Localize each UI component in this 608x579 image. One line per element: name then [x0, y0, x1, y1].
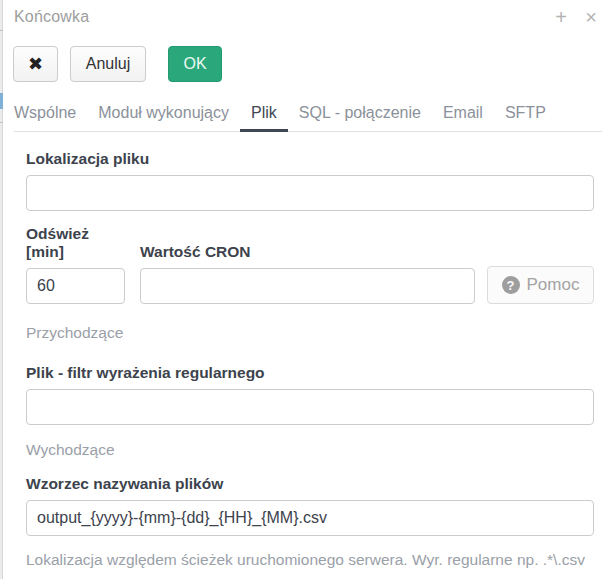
refresh-field-group: Odśwież [min]: [26, 225, 125, 304]
cron-value-input[interactable]: [140, 268, 475, 304]
cancel-button[interactable]: Anuluj: [70, 46, 146, 82]
file-location-label: Lokalizacja pliku: [26, 150, 594, 168]
incoming-section-label: Przychodzące: [26, 324, 594, 342]
close-button[interactable]: ✖: [13, 46, 58, 82]
naming-pattern-label: Wzorzec nazywania plików: [26, 475, 594, 493]
refresh-cron-row: Odśwież [min] Wartość CRON ? Pomoc: [26, 225, 594, 304]
cron-value-label: Wartość CRON: [140, 243, 475, 261]
tab-plik[interactable]: Plik: [240, 100, 288, 131]
question-mark-icon: ?: [502, 276, 520, 294]
background-divider: [0, 30, 3, 31]
endpoint-dialog: Końcowka + × ✖ Anuluj OK Wspólne Moduł w…: [4, 0, 608, 579]
naming-pattern-input[interactable]: [26, 500, 594, 536]
tab-email[interactable]: Email: [432, 100, 494, 131]
ok-button[interactable]: OK: [168, 46, 222, 82]
tab-sftp[interactable]: SFTP: [494, 100, 557, 131]
refresh-min-input[interactable]: [26, 268, 125, 304]
window-controls: + ×: [550, 4, 602, 30]
close-window-icon[interactable]: ×: [580, 4, 602, 30]
help-button[interactable]: ? Pomoc: [487, 266, 594, 304]
outgoing-section-label: Wychodzące: [26, 441, 594, 459]
dialog-toolbar: ✖ Anuluj OK: [13, 46, 222, 82]
maximize-icon[interactable]: +: [550, 4, 572, 30]
tab-panel-plik: Lokalizacja pliku Odśwież [min] Wartość …: [26, 140, 594, 571]
file-location-input[interactable]: [26, 175, 594, 211]
dialog-title: Końcowka: [14, 8, 89, 26]
background-page-edge: [0, 0, 3, 579]
tab-sql-polaczenie[interactable]: SQL - połączenie: [288, 100, 432, 131]
file-filter-label: Plik - filtr wyrażenia regularnego: [26, 364, 594, 382]
refresh-min-label: Odśwież [min]: [26, 225, 125, 261]
background-accent-strip: [0, 93, 3, 109]
tab-bar: Wspólne Moduł wykonujący Plik SQL - połą…: [14, 100, 602, 132]
file-filter-input[interactable]: [26, 389, 594, 425]
background-divider: [0, 122, 3, 123]
tab-modul-wykonujacy[interactable]: Moduł wykonujący: [87, 100, 240, 131]
tab-wspolne[interactable]: Wspólne: [14, 100, 87, 131]
cron-field-group: Wartość CRON: [140, 243, 475, 304]
location-hint-text: Lokalizacja względem ścieżek uruchomione…: [26, 548, 586, 571]
help-button-label: Pomoc: [527, 275, 580, 295]
